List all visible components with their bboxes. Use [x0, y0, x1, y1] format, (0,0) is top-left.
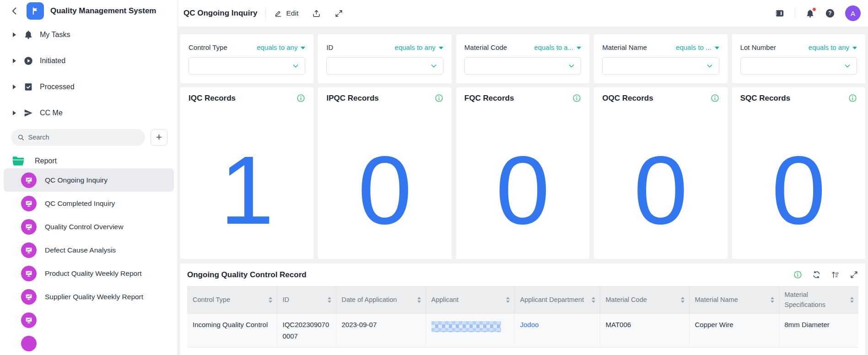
topbar-right: ? A: [765, 5, 861, 21]
sort-arrows-icon[interactable]: [417, 297, 421, 303]
caret-down-icon: [301, 47, 305, 49]
sidebar-item-defect-cause-analysis[interactable]: Defect Cause Analysis: [4, 238, 174, 262]
search-row: +: [11, 129, 167, 146]
filter-select[interactable]: [602, 57, 719, 75]
chevron-down-icon: [706, 62, 713, 70]
search-input[interactable]: [28, 134, 139, 141]
filter-id: ID equals to any: [318, 34, 451, 83]
add-button[interactable]: +: [151, 129, 167, 146]
sidebar-item-material-quality-control-chart[interactable]: [4, 308, 174, 332]
stat-card-sqc: SQC Records 0: [732, 87, 865, 259]
filter-label: Lot Number: [740, 43, 776, 51]
avatar[interactable]: A: [845, 5, 861, 21]
folder-icon: [12, 156, 25, 167]
expand-caret-icon[interactable]: [13, 32, 16, 37]
stat-card-fqc: FQC Records 0: [456, 87, 589, 259]
sort-arrows-icon[interactable]: [592, 297, 595, 303]
column-header-control-type[interactable]: Control Type: [187, 286, 277, 314]
stat-value: 0: [464, 103, 581, 253]
stat-card-ipqc: IPQC Records 0: [318, 87, 451, 259]
search-input-wrapper[interactable]: [11, 129, 145, 146]
sort-order-icon[interactable]: [831, 270, 840, 279]
report-item-label: QC Completed Inquiry: [45, 199, 115, 208]
expand-caret-icon[interactable]: [13, 85, 16, 89]
sidebar-folder-report[interactable]: Report: [0, 155, 178, 167]
stat-card-title: IQC Records: [189, 94, 236, 103]
info-icon[interactable]: [711, 94, 719, 102]
sidebar-item-qc-completed-inquiry[interactable]: QC Completed Inquiry: [4, 192, 174, 215]
sort-arrows-icon[interactable]: [681, 297, 685, 303]
filter-select[interactable]: [189, 57, 305, 75]
help-icon[interactable]: ?: [825, 8, 835, 18]
cell-applicant-department: Jodoo: [514, 314, 600, 348]
filter-material-name: Material Name equals to ...: [594, 34, 727, 83]
caret-down-icon: [715, 47, 719, 49]
sidebar-item-quality-control-overview[interactable]: Quality Control Overview: [4, 215, 174, 238]
sidebar: Quality Management System My Tasks Initi…: [0, 0, 178, 355]
app-title: Quality Management System: [50, 6, 156, 16]
filter-operator-button[interactable]: equals to ...: [676, 43, 719, 51]
info-icon[interactable]: [572, 94, 581, 102]
sidebar-item-initiated[interactable]: Initiated: [0, 48, 178, 74]
sort-arrows-icon[interactable]: [328, 297, 331, 303]
sidebar-item-my-tasks[interactable]: My Tasks: [0, 22, 178, 48]
column-header-material-code[interactable]: Material Code: [600, 286, 689, 314]
topbar: QC Ongoing Inquiry Edit: [178, 0, 868, 27]
column-header-id[interactable]: ID: [277, 286, 336, 314]
sidebar-item-processed[interactable]: Processed: [0, 74, 178, 100]
sort-arrows-icon[interactable]: [850, 297, 854, 303]
report-chart-icon: [21, 266, 37, 281]
filter-operator-button[interactable]: equals to any: [257, 43, 305, 51]
filter-lot-number: Lot Number equals to any: [732, 34, 865, 83]
info-icon[interactable]: [297, 94, 305, 102]
stat-card-title: SQC Records: [740, 94, 791, 103]
fullscreen-icon[interactable]: [334, 9, 343, 18]
table-panel-header: Ongoing Quality Control Record: [187, 264, 858, 286]
expand-icon[interactable]: [850, 270, 858, 279]
filter-operator-button[interactable]: equals to any: [809, 43, 857, 51]
pencil-icon: [274, 9, 282, 17]
report-chart-icon: [21, 289, 37, 305]
info-icon[interactable]: [793, 270, 802, 279]
column-header-date-of-application[interactable]: Date of Application: [336, 286, 426, 314]
filter-select[interactable]: [326, 57, 443, 75]
sidebar-item-supplier-quality-weekly-report[interactable]: Supplier Quality Weekly Report: [4, 285, 174, 308]
info-icon[interactable]: [435, 94, 443, 102]
cell-id: IQC2023090700007: [277, 314, 336, 348]
chevron-down-icon: [568, 62, 575, 70]
filter-select[interactable]: [740, 57, 857, 75]
sidebar-item-cc-me[interactable]: CC Me: [0, 100, 178, 126]
table-panel: Ongoing Quality Control Record: [180, 264, 865, 355]
filter-material-code: Material Code equals to a...: [456, 34, 589, 83]
department-link[interactable]: Jodoo: [520, 321, 539, 328]
cell-control-type: Incoming Quality Control: [187, 314, 277, 348]
filter-select[interactable]: [464, 57, 581, 75]
notification-bell-icon[interactable]: [805, 9, 815, 18]
column-header-applicant-department[interactable]: Applicant Department: [514, 286, 600, 314]
filter-operator-button[interactable]: equals to any: [395, 43, 443, 51]
column-header-material-name[interactable]: Material Name: [689, 286, 779, 314]
expand-caret-icon[interactable]: [13, 111, 16, 115]
report-item-partial[interactable]: [4, 332, 174, 355]
stat-card-oqc: OQC Records 0: [594, 87, 727, 259]
sidebar-item-qc-ongoing-inquiry[interactable]: QC Ongoing Inquiry: [4, 168, 174, 192]
stat-value: 0: [740, 103, 857, 253]
refresh-icon[interactable]: [812, 270, 821, 279]
column-header-material-specifications[interactable]: Material Specifications: [779, 286, 858, 314]
stat-value: 0: [326, 103, 443, 253]
chevron-down-icon: [292, 62, 299, 70]
edit-button[interactable]: Edit: [274, 9, 298, 17]
sort-arrows-icon[interactable]: [269, 297, 272, 303]
sort-arrows-icon[interactable]: [771, 297, 774, 303]
sort-arrows-icon[interactable]: [506, 297, 510, 303]
expand-caret-icon[interactable]: [13, 59, 16, 63]
column-header-applicant[interactable]: Applicant: [426, 286, 514, 314]
chevron-down-icon: [844, 62, 851, 70]
sidebar-item-product-quality-weekly-report[interactable]: Product Quality Weekly Report: [4, 262, 174, 285]
share-upload-icon[interactable]: [312, 9, 321, 18]
filter-operator-button[interactable]: equals to a...: [534, 43, 581, 51]
back-chevron-icon[interactable]: [8, 5, 21, 17]
panel-toggle-icon[interactable]: [775, 8, 785, 18]
info-icon[interactable]: [848, 94, 857, 102]
sidebar-header: Quality Management System: [0, 0, 178, 22]
